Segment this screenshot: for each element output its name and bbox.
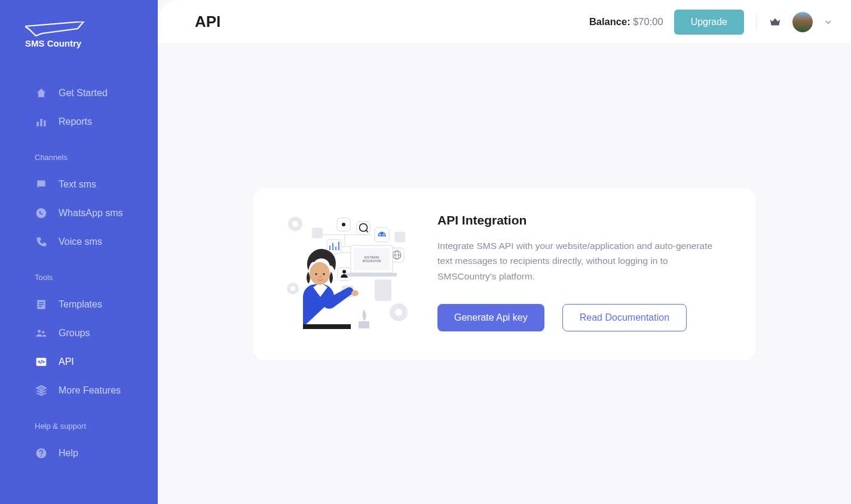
sidebar-item-whatsapp-sms[interactable]: WhatsApp sms [0,199,158,228]
nav-section-channels: Channels Text sms WhatsApp sms Voice sms [0,153,158,256]
sidebar-item-label: Templates [59,299,102,310]
brand-logo: SMS Country [0,21,158,53]
svg-point-45 [351,290,359,296]
svg-point-10 [42,331,44,333]
svg-rect-6 [39,302,44,303]
balance-amount: $70:00 [633,16,663,27]
svg-rect-7 [39,304,44,305]
card-actions: Generate Api key Read Documentation [437,304,727,331]
svg-point-14 [292,221,298,227]
nav-section-main: Get Started Reports [0,79,158,136]
svg-point-16 [395,309,402,316]
svg-rect-19 [312,228,323,238]
sidebar-item-text-sms[interactable]: Text sms [0,170,158,199]
sidebar-item-get-started[interactable]: Get Started [0,79,158,107]
help-icon [35,447,48,460]
svg-point-4 [36,208,47,219]
sidebar-item-groups[interactable]: Groups [0,319,158,348]
crown-icon[interactable] [769,16,782,29]
svg-rect-2 [40,119,42,127]
read-documentation-button[interactable]: Read Documentation [562,304,687,331]
nav-section-tools: Tools Templates Groups API More Features [0,273,158,405]
content: SOFTWARE INTEGRATION [158,44,851,504]
balance-label: Balance: [589,16,630,27]
chat-icon [35,178,48,191]
section-title-channels: Channels [0,153,158,162]
header: API Balance: $70:00 Upgrade [158,0,851,44]
card-description: Integrate SMS API with your website/appl… [437,238,727,284]
sidebar-item-label: Groups [59,328,90,339]
sidebar: SMS Country Get Started Reports Channels… [0,0,158,504]
svg-point-21 [342,223,345,226]
layers-icon [35,384,48,397]
template-icon [35,298,48,311]
sidebar-item-label: Reports [59,116,92,127]
avatar[interactable] [792,12,813,32]
sidebar-item-label: More Features [59,385,121,396]
svg-point-48 [323,273,325,275]
upgrade-button[interactable]: Upgrade [674,10,744,35]
api-illustration: SOFTWARE INTEGRATION [282,211,408,330]
svg-point-36 [342,270,346,273]
section-title-tools: Tools [0,273,158,282]
page-title: API [195,13,221,31]
svg-point-47 [315,273,317,275]
svg-rect-40 [353,248,390,271]
sidebar-item-reports[interactable]: Reports [0,107,158,136]
sidebar-item-label: Get Started [59,88,108,99]
card-title: API Integration [437,213,727,228]
svg-rect-1 [37,122,39,127]
section-title-help: Help & support [0,422,158,431]
sidebar-item-label: Help [59,448,78,459]
divider [756,13,757,31]
svg-point-9 [38,330,41,333]
card-body: API Integration Integrate SMS API with y… [437,211,727,332]
chevron-down-icon[interactable] [824,17,833,27]
svg-point-18 [290,286,295,291]
sidebar-item-label: Text sms [59,179,96,190]
sidebar-item-more-features[interactable]: More Features [0,376,158,405]
code-icon [35,355,48,368]
svg-rect-26 [394,232,405,242]
svg-rect-42 [347,273,397,276]
svg-rect-44 [303,324,351,329]
chart-icon [35,115,48,128]
sidebar-item-templates[interactable]: Templates [0,290,158,319]
sidebar-item-help[interactable]: Help [0,439,158,468]
sidebar-item-label: Voice sms [59,236,102,247]
sidebar-item-voice-sms[interactable]: Voice sms [0,228,158,256]
generate-api-key-button[interactable]: Generate Api key [437,304,544,331]
nav-section-help: Help & support Help [0,422,158,468]
svg-rect-43 [359,321,369,328]
svg-rect-8 [39,306,42,308]
whatsapp-icon [35,207,48,220]
svg-text:SMS Country: SMS Country [25,38,82,48]
svg-point-46 [310,262,330,285]
api-card: SOFTWARE INTEGRATION [253,188,755,361]
sidebar-item-label: WhatsApp sms [59,208,123,219]
illustration-caption: SOFTWARE [364,256,379,259]
sidebar-item-label: API [59,357,74,367]
sidebar-item-api[interactable]: API [0,348,158,376]
svg-rect-3 [44,121,45,127]
svg-rect-38 [375,279,391,301]
main-area: API Balance: $70:00 Upgrade [158,0,851,504]
balance: Balance: $70:00 [589,16,663,27]
svg-text:INTEGRATION: INTEGRATION [363,260,381,263]
groups-icon [35,327,48,340]
phone-icon [35,235,48,248]
home-icon [35,87,48,100]
header-right: Balance: $70:00 Upgrade [589,10,833,35]
